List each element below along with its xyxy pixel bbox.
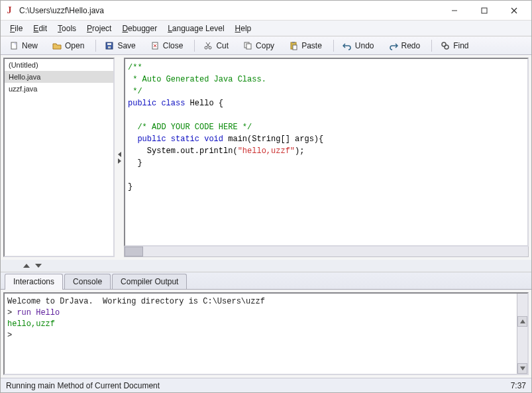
console-prompt: > [7,331,17,340]
cursor-position: 7:37 [511,381,526,390]
menubar: File Edit Tools Project Debugger Languag… [1,21,531,36]
redo-label: Redo [401,41,421,50]
collapse-right-icon [118,158,121,164]
svg-rect-6 [107,43,111,45]
toolbar-separator [194,40,195,52]
svg-rect-16 [246,44,251,49]
console-line: > run Hello [7,308,60,317]
menu-tools[interactable]: Tools [52,22,81,35]
undo-label: Undo [355,41,374,50]
tab-interactions[interactable]: Interactions [5,274,63,290]
paste-icon [289,41,298,50]
code-line: public static void main(String[] args){ [128,135,323,144]
redo-button[interactable]: Redo [384,38,428,53]
output-tabbar: Interactions Console Compiler Output [1,272,531,290]
collapse-up-icon [23,264,30,268]
code-line: System.out.println("hello,uzzf"); [128,146,304,156]
svg-rect-19 [293,45,297,50]
new-button[interactable]: New [5,38,45,53]
close-file-button[interactable]: Close [146,38,191,53]
close-file-icon [150,41,160,50]
console-line: Welcome to DrJava. Working directory is … [7,297,265,306]
svg-rect-7 [108,46,111,48]
scroll-up-button[interactable] [517,316,527,327]
find-button[interactable]: Find [436,38,476,53]
cut-button[interactable]: Cut [199,38,236,53]
statusbar: Running main Method of Current Document … [1,378,531,392]
open-icon [52,41,62,50]
code-line: } [128,182,133,192]
editor-horizontal-scrollbar[interactable] [124,247,529,257]
redo-icon [389,41,398,50]
menu-language-level[interactable]: Language Level [162,22,229,35]
file-item[interactable]: uzzf.java [5,83,113,95]
file-item[interactable]: (Untitled) [5,59,113,71]
interactions-console[interactable]: Welcome to DrJava. Working directory is … [3,292,529,375]
svg-rect-1 [482,8,487,13]
split-handle[interactable] [116,58,123,257]
app-icon: J [3,5,15,17]
file-list[interactable]: (Untitled) Hello.java uzzf.java [3,58,115,257]
code-line: /** [128,63,142,72]
code-line [128,111,137,120]
menu-help[interactable]: Help [230,22,257,35]
save-button[interactable]: Save [100,38,142,53]
svg-point-21 [445,45,449,49]
menu-file[interactable]: File [5,22,28,35]
console-vertical-scrollbar[interactable] [517,294,527,374]
find-label: Find [453,41,468,50]
maximize-button[interactable] [469,1,499,20]
open-label: Open [65,41,84,50]
save-label: Save [117,41,135,50]
svg-rect-18 [292,42,295,43]
file-item[interactable]: Hello.java [5,71,113,83]
paste-label: Paste [301,41,322,50]
toolbar-separator [95,40,96,52]
scroll-down-button[interactable] [517,363,527,374]
new-label: New [22,41,38,50]
copy-label: Copy [256,41,274,50]
collapse-down-icon [35,264,42,268]
code-line: * Auto Generated Java Class. [128,75,266,84]
open-button[interactable]: Open [48,38,91,53]
app-window: J C:\Users\uzzf\Hello.java File Edit Too… [0,0,532,393]
titlebar: J C:\Users\uzzf\Hello.java [1,1,531,21]
editor-panel: /** * Auto Generated Java Class. */ publ… [124,58,529,257]
copy-icon [243,41,252,50]
upper-split: (Untitled) Hello.java uzzf.java /** * Au… [1,55,531,260]
cut-icon [203,41,213,50]
tab-console[interactable]: Console [64,274,111,289]
copy-button[interactable]: Copy [239,38,282,53]
console-line: hello,uzzf [7,319,55,329]
toolbar: New Open Save Close Cut Copy Paste [1,36,531,55]
code-line: public class Hello { [128,99,223,108]
code-line [128,170,137,180]
minimize-button[interactable] [439,1,469,20]
code-line: /* ADD YOUR CODE HERE */ [128,123,252,132]
menu-debugger[interactable]: Debugger [117,22,162,35]
save-icon [105,41,114,50]
code-line: */ [128,87,142,96]
code-line: } [128,158,142,168]
toolbar-separator [333,40,334,52]
cut-label: Cut [216,41,229,50]
code-editor[interactable]: /** * Auto Generated Java Class. */ publ… [124,58,529,247]
toolbar-separator [431,40,432,52]
scrollbar-thumb[interactable] [125,247,143,256]
vertical-split-handle[interactable] [1,260,531,272]
collapse-left-icon [118,152,121,157]
main-area: (Untitled) Hello.java uzzf.java /** * Au… [1,55,531,378]
undo-icon [343,41,352,50]
paste-button[interactable]: Paste [284,38,329,53]
window-title: C:\Users\uzzf\Hello.java [19,6,439,15]
tab-compiler-output[interactable]: Compiler Output [112,274,187,289]
menu-edit[interactable]: Edit [28,22,52,35]
find-icon [441,41,450,50]
window-controls [439,1,529,20]
undo-button[interactable]: Undo [338,38,382,53]
svg-rect-4 [11,42,17,49]
menu-project[interactable]: Project [81,22,117,35]
close-button[interactable] [499,1,529,20]
close-file-label: Close [163,41,184,50]
status-text: Running main Method of Current Document [6,381,160,390]
